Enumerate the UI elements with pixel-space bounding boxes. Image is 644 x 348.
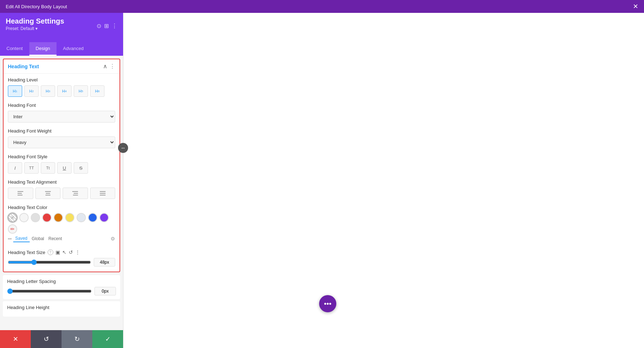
main-layout: Heading Settings Preset: Default ▾ ⊙ ⊞ ⋮… xyxy=(0,13,644,348)
heading-text-size-group: Heading Text Size ? ▣ ↖ ↺ ⋮ xyxy=(4,246,119,269)
section-header: Heading Text ∧ ⋮ xyxy=(4,59,119,74)
main-content: ••• xyxy=(123,13,644,348)
align-justify-button[interactable] xyxy=(90,188,116,199)
italic-button[interactable]: I xyxy=(8,162,22,174)
settings-more-icon[interactable]: ⋮ xyxy=(112,23,117,29)
color-settings-icon[interactable]: ⚙ xyxy=(111,236,115,242)
heading-font-style-label: Heading Font Style xyxy=(8,154,115,159)
color-swatch-red[interactable] xyxy=(42,213,52,222)
underline-button[interactable]: U xyxy=(57,162,72,174)
color-swatch-purple[interactable] xyxy=(99,213,109,222)
text-size-input[interactable] xyxy=(94,258,115,267)
settings-header-icons: ⊙ ⊞ ⋮ xyxy=(6,23,117,29)
uppercase-button[interactable]: TT xyxy=(24,162,39,174)
top-bar-title: Edit All Directory Body Layout xyxy=(6,4,67,9)
heading-level-buttons: H1 H2 H3 H4 H5 H6 xyxy=(8,85,115,97)
svg-rect-7 xyxy=(74,193,78,194)
undo-icon: ↺ xyxy=(44,335,49,343)
redo-button[interactable]: ↻ xyxy=(62,330,92,348)
color-tab-recent[interactable]: Recent xyxy=(46,235,64,242)
heading-text-size-label-row: Heading Text Size ? ▣ ↖ ↺ ⋮ xyxy=(8,249,115,255)
size-help-icon[interactable]: ? xyxy=(48,249,53,255)
svg-rect-2 xyxy=(18,195,23,195)
color-swatch-lightblue[interactable] xyxy=(77,213,86,222)
settings-target-icon[interactable]: ⊙ xyxy=(97,23,101,29)
tab-advanced[interactable]: Advanced xyxy=(57,42,90,56)
heading-font-weight-group: Heading Font Weight Thin Light Regular M… xyxy=(4,125,119,150)
settings-header: Heading Settings Preset: Default ▾ ⊙ ⊞ ⋮ xyxy=(0,13,123,42)
h3-button[interactable]: H3 xyxy=(41,85,55,97)
tab-design[interactable]: Design xyxy=(29,42,57,56)
color-swatches: ✕ ✏ xyxy=(8,213,115,234)
letter-spacing-slider[interactable] xyxy=(7,288,92,294)
size-input-row xyxy=(8,258,115,267)
svg-rect-3 xyxy=(45,191,51,192)
heading-font-group: Heading Font Inter Roboto Open Sans Lato… xyxy=(4,99,119,125)
color-tab-saved[interactable]: Saved xyxy=(13,235,30,242)
scroll-handle-icon: ↔ xyxy=(121,145,126,151)
undo-button[interactable]: ↺ xyxy=(31,330,62,348)
color-more-icon[interactable]: ••• xyxy=(8,237,12,241)
color-swatch-yellow[interactable] xyxy=(65,213,74,222)
size-more-icon[interactable]: ⋮ xyxy=(75,249,80,255)
line-height-section: Heading Line Height xyxy=(3,301,120,317)
cancel-icon: ✕ xyxy=(13,335,18,343)
h2-button[interactable]: H2 xyxy=(24,85,39,97)
sidebar-content: Heading Text ∧ ⋮ Heading Level H1 H2 H3 … xyxy=(0,56,123,330)
top-bar: Edit All Directory Body Layout ✕ xyxy=(0,0,644,13)
heading-font-style-group: Heading Font Style I TT Tt U S xyxy=(4,150,119,176)
heading-font-weight-select[interactable]: Thin Light Regular Medium Semi Bold Bold… xyxy=(8,136,115,148)
heading-text-alignment-label: Heading Text Alignment xyxy=(8,179,115,185)
color-swatch-orange[interactable] xyxy=(54,213,63,222)
align-left-button[interactable] xyxy=(8,188,33,199)
tab-content[interactable]: Content xyxy=(0,42,29,56)
floating-more-icon: ••• xyxy=(324,300,331,308)
align-right-button[interactable] xyxy=(63,188,88,199)
close-button[interactable]: ✕ xyxy=(633,3,638,10)
svg-rect-8 xyxy=(73,195,78,195)
size-device-icon[interactable]: ▣ xyxy=(55,249,60,255)
strikethrough-button[interactable]: S xyxy=(74,162,88,174)
svg-rect-9 xyxy=(100,191,106,192)
cancel-button[interactable]: ✕ xyxy=(0,330,31,348)
capitalize-button[interactable]: Tt xyxy=(41,162,55,174)
scroll-handle[interactable]: ↔ xyxy=(118,143,128,153)
letter-spacing-input[interactable] xyxy=(94,287,116,295)
sidebar: Heading Settings Preset: Default ▾ ⊙ ⊞ ⋮… xyxy=(0,13,123,348)
h6-button[interactable]: H6 xyxy=(90,85,104,97)
heading-font-label: Heading Font xyxy=(8,103,115,108)
section-collapse-icon[interactable]: ∧ xyxy=(103,63,107,70)
svg-rect-1 xyxy=(18,193,22,194)
svg-rect-11 xyxy=(100,195,106,195)
h4-button[interactable]: H4 xyxy=(57,85,72,97)
letter-spacing-row xyxy=(7,287,116,295)
size-arrow-icon[interactable]: ↖ xyxy=(62,249,67,255)
letter-spacing-section: Heading Letter Spacing xyxy=(3,275,120,299)
tabs-bar: Content Design Advanced xyxy=(0,42,123,56)
h1-button[interactable]: H1 xyxy=(8,85,22,97)
svg-rect-0 xyxy=(18,191,23,192)
heading-text-size-label: Heading Text Size xyxy=(8,250,45,255)
heading-font-select[interactable]: Inter Roboto Open Sans Lato Montserrat xyxy=(8,111,115,123)
color-swatch-custom[interactable]: ✕ xyxy=(8,213,17,222)
footer-bar: ✕ ↺ ↻ ✓ xyxy=(0,330,123,348)
heading-text-color-group: Heading Text Color ✕ ✏ xyxy=(4,201,119,246)
settings-layout-icon[interactable]: ⊞ xyxy=(104,23,109,29)
color-swatch-blue[interactable] xyxy=(88,213,97,222)
svg-rect-4 xyxy=(46,193,50,194)
heading-text-color-label: Heading Text Color xyxy=(8,205,115,210)
color-tab-global[interactable]: Global xyxy=(30,235,47,242)
size-undo-icon[interactable]: ↺ xyxy=(69,249,73,255)
align-center-button[interactable] xyxy=(35,188,61,199)
text-size-slider[interactable] xyxy=(8,259,91,265)
floating-more-button[interactable]: ••• xyxy=(319,295,336,312)
section-options-icon[interactable]: ⋮ xyxy=(109,63,115,70)
h5-button[interactable]: H5 xyxy=(74,85,88,97)
color-swatch-lightgray[interactable] xyxy=(31,213,40,222)
line-height-label: Heading Line Height xyxy=(7,305,116,310)
color-swatch-pen[interactable]: ✏ xyxy=(8,224,17,234)
save-icon: ✓ xyxy=(105,335,111,343)
color-swatch-white[interactable] xyxy=(19,213,29,222)
svg-rect-6 xyxy=(72,191,78,192)
save-button[interactable]: ✓ xyxy=(92,330,123,348)
